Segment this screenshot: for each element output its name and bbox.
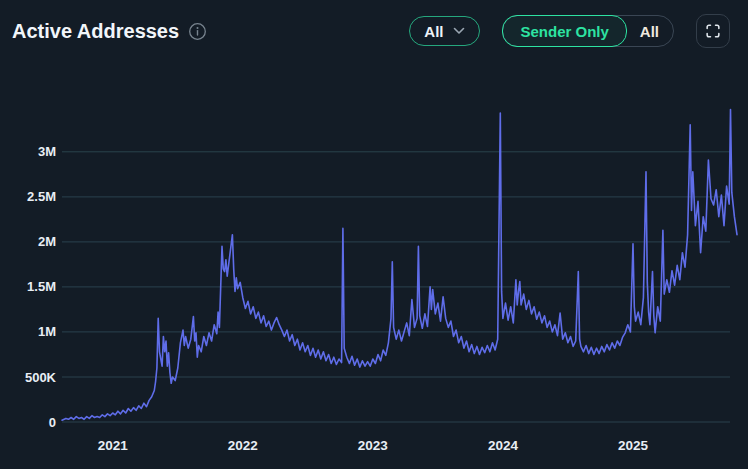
toggle-option-sender-only[interactable]: Sender Only (502, 15, 626, 47)
line-chart[interactable]: 3M2.5M2M1.5M1M500K020212022202320242025 (0, 69, 748, 469)
y-axis-tick-label: 3M (38, 144, 56, 159)
header-controls: All Sender Only All (409, 14, 730, 48)
x-axis-tick-label: 2021 (98, 438, 129, 453)
chevron-down-icon (453, 27, 465, 35)
x-axis-tick-label: 2023 (358, 438, 389, 453)
x-axis-tick-label: 2022 (228, 438, 258, 453)
toggle-option-all[interactable]: All (626, 15, 673, 47)
time-range-value: All (424, 23, 443, 40)
time-range-dropdown[interactable]: All (409, 16, 480, 46)
chart-canvas[interactable]: 3M2.5M2M1.5M1M500K020212022202320242025 (0, 69, 748, 469)
page-title: Active Addresses (12, 20, 179, 43)
chart-header: Active Addresses All Sender Only (0, 0, 748, 69)
series-line (62, 110, 737, 421)
y-axis-tick-label: 2.5M (27, 189, 56, 204)
address-type-toggle: Sender Only All (502, 15, 674, 47)
y-axis-tick-label: 2M (38, 234, 56, 249)
y-axis-tick-label: 1.5M (27, 279, 56, 294)
x-axis-tick-label: 2024 (488, 438, 519, 453)
fullscreen-button[interactable] (696, 14, 730, 48)
x-axis-tick-label: 2025 (618, 438, 649, 453)
info-icon[interactable] (188, 22, 207, 41)
fullscreen-icon (704, 22, 722, 40)
y-axis-tick-label: 1M (38, 324, 56, 339)
y-axis-tick-label: 0 (49, 415, 56, 430)
y-axis-tick-label: 500K (25, 370, 57, 385)
active-addresses-panel: Active Addresses All Sender Only (0, 0, 748, 469)
